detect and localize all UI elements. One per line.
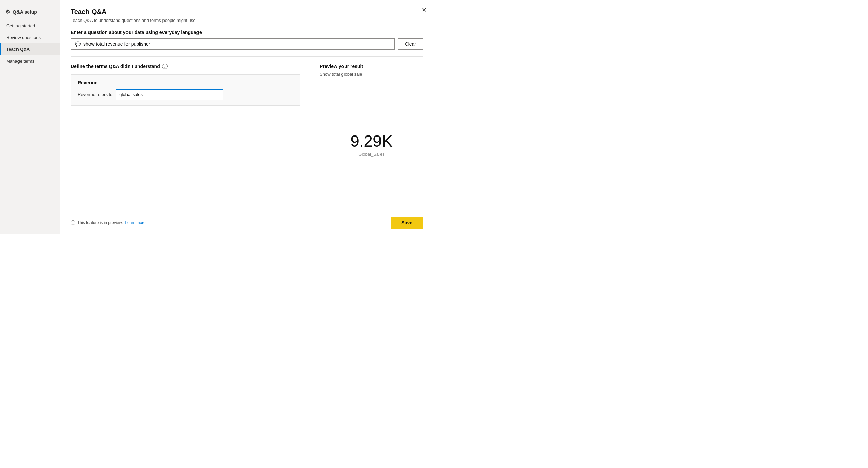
term-refers-input[interactable] xyxy=(116,90,223,100)
question-row: 💬 show total revenue for publisher Clear xyxy=(71,38,423,50)
question-prefix: show total xyxy=(84,41,106,47)
sidebar-item-teach-qa[interactable]: Teach Q&A xyxy=(0,43,60,55)
save-button[interactable]: Save xyxy=(391,216,423,229)
close-button[interactable]: ✕ xyxy=(419,5,429,15)
define-info-icon[interactable]: i xyxy=(162,64,167,69)
divider xyxy=(71,57,423,57)
preview-big-number: 9.29K xyxy=(350,132,392,150)
define-section: Define the terms Q&A didn't understand i… xyxy=(71,64,309,212)
sidebar-item-getting-started[interactable]: Getting started xyxy=(0,20,60,32)
chat-icon: 💬 xyxy=(75,41,81,47)
question-section-label: Enter a question about your data using e… xyxy=(71,30,423,35)
content-area: Define the terms Q&A didn't understand i… xyxy=(71,64,423,212)
term-refers-label: Revenue refers to xyxy=(78,92,112,97)
preview-section: Preview your result Show total global sa… xyxy=(309,64,423,212)
question-display: show total revenue for publisher xyxy=(84,41,150,47)
gear-icon: ⚙ xyxy=(5,9,10,15)
question-term-publisher: publisher xyxy=(131,41,150,47)
clear-button[interactable]: Clear xyxy=(398,38,423,50)
main-content: ✕ Teach Q&A Teach Q&A to understand ques… xyxy=(60,0,434,234)
define-title: Define the terms Q&A didn't understand i xyxy=(71,64,301,69)
preview-subtitle: Show total global sale xyxy=(320,72,423,77)
term-input-row: Revenue refers to xyxy=(78,90,293,100)
term-card: Revenue Revenue refers to xyxy=(71,74,301,106)
sidebar-header-label: Q&A setup xyxy=(13,9,37,15)
question-term-revenue: revenue xyxy=(106,41,123,47)
learn-more-link[interactable]: Learn more xyxy=(125,220,145,225)
bottom-left: i This feature is in preview. Learn more xyxy=(71,220,146,225)
sidebar: ⚙ Q&A setup Getting started Review quest… xyxy=(0,0,60,234)
preview-value-label: Global_Sales xyxy=(358,152,384,157)
close-icon: ✕ xyxy=(422,6,427,14)
question-middle: for xyxy=(123,41,131,47)
sidebar-item-manage-terms[interactable]: Manage terms xyxy=(0,55,60,67)
page-subtitle: Teach Q&A to understand questions and te… xyxy=(71,18,423,23)
bottom-bar: i This feature is in preview. Learn more… xyxy=(71,212,423,229)
page-title: Teach Q&A xyxy=(71,8,423,16)
action-area: Save xyxy=(391,216,423,229)
sidebar-header: ⚙ Q&A setup xyxy=(0,5,60,19)
sidebar-item-review-questions[interactable]: Review questions xyxy=(0,32,60,43)
preview-info-icon: i xyxy=(71,220,75,225)
preview-text: This feature is in preview. xyxy=(78,220,123,225)
term-name: Revenue xyxy=(78,80,293,86)
preview-title: Preview your result xyxy=(320,64,423,69)
preview-value-area: 9.29K Global_Sales xyxy=(320,77,423,212)
question-input-wrapper[interactable]: 💬 show total revenue for publisher xyxy=(71,38,395,50)
